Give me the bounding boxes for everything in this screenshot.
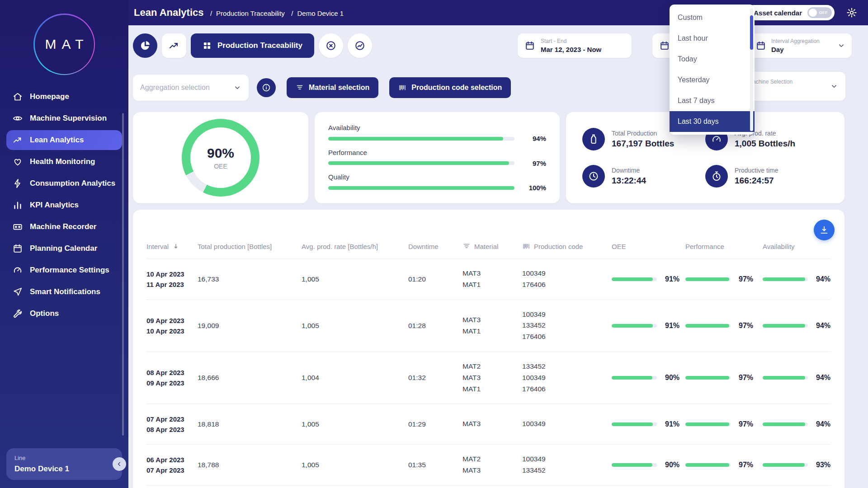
bolt-icon	[13, 178, 23, 188]
chart-edit-icon	[354, 40, 365, 51]
table-header-row: IntervalTotal production [Bottles]Avg. p…	[146, 242, 831, 258]
sidebar-item-consumption-analytics[interactable]: Consumption Analytics	[6, 174, 122, 193]
cell-production-code: 100349133452	[522, 454, 612, 476]
sort-down-icon[interactable]	[172, 243, 179, 250]
cell-performance: 97%	[685, 275, 763, 283]
cell-avg-prod-rate: 1,004	[302, 374, 408, 382]
column-header-interval[interactable]: Interval	[146, 243, 198, 250]
oee-card: 90% OEE	[133, 112, 308, 203]
cell-availability: 93%	[763, 461, 831, 469]
cell-oee: 91%	[612, 275, 685, 283]
dropdown-scrollbar-track[interactable]	[750, 8, 753, 131]
cell-availability: 94%	[763, 275, 831, 283]
dropdown-item-last-30-days[interactable]: Last 30 days	[670, 111, 755, 132]
dropdown-scrollbar-thumb[interactable]	[750, 15, 753, 50]
chevron-down-icon	[830, 82, 838, 90]
pie-chart-view-button[interactable]	[133, 33, 157, 58]
production-code-selection-button[interactable]: Production code selection	[389, 77, 511, 98]
date-range-dropdown: CustomLast hourTodayYesterdayLast 7 days…	[670, 5, 755, 135]
line-chart-view-button[interactable]	[162, 33, 186, 58]
material-icon	[462, 242, 471, 250]
sidebar-item-performance-settings[interactable]: Performance Settings	[6, 260, 122, 280]
column-header-avg-prod-rate-bottles-h[interactable]: Avg. prod. rate [Bottles/h]	[302, 243, 408, 250]
device-card[interactable]: Line Demo Device 1	[6, 448, 122, 480]
dropdown-item-last-7-days[interactable]: Last 7 days	[670, 90, 755, 111]
dropdown-item-today[interactable]: Today	[670, 49, 755, 70]
interval-aggregation-label: Interval Aggregation	[771, 38, 820, 44]
table-row[interactable]: 10 Apr 202311 Apr 202316,7331,00501:20MA…	[146, 258, 831, 300]
calendar-icon	[13, 244, 23, 253]
bottle-icon	[582, 128, 605, 150]
dropdown-item-yesterday[interactable]: Yesterday	[670, 70, 755, 90]
asset-calendar-label: Asset calendar	[754, 9, 802, 17]
cell-interval: 07 Apr 202308 Apr 2023	[146, 414, 198, 435]
dropdown-item-last-hour[interactable]: Last hour	[670, 28, 755, 49]
column-header-material[interactable]: Material	[462, 242, 522, 250]
logo: MAT	[0, 14, 128, 75]
material-selection-button[interactable]: Material selection	[287, 77, 378, 98]
breadcrumb-item[interactable]: /Production Traceability	[210, 9, 285, 17]
content: Production Traceability Start - End Mar …	[128, 25, 868, 488]
cell-availability: 94%	[763, 322, 831, 330]
chevron-left-icon	[116, 460, 123, 468]
cell-avg-prod-rate: 1,005	[302, 275, 408, 283]
bottle-icon	[588, 134, 599, 145]
production-traceability-button[interactable]: Production Traceability	[191, 33, 314, 58]
breadcrumb-root[interactable]: Lean Analytics	[134, 7, 203, 18]
aggregation-placeholder: Aggregation selection	[140, 84, 210, 92]
sidebar-item-options[interactable]: Options	[6, 304, 122, 324]
interval-aggregation-select[interactable]: Interval Aggregation Day	[750, 33, 852, 58]
column-header-oee[interactable]: OEE	[612, 243, 685, 250]
sidebar-item-machine-supervision[interactable]: Machine Supervision	[6, 108, 122, 128]
column-header-availability[interactable]: Availability	[763, 243, 831, 250]
info-button[interactable]	[257, 78, 276, 97]
cell-material: MAT3	[462, 418, 522, 430]
download-button[interactable]	[814, 220, 835, 240]
cell-material: MAT2MAT3	[462, 454, 522, 476]
info-icon	[262, 83, 271, 92]
table-row[interactable]: 06 Apr 202307 Apr 202318,7881,00501:35MA…	[146, 444, 831, 485]
column-header-downtime[interactable]: Downtime	[408, 243, 462, 250]
asset-calendar-toggle[interactable]: OFF	[807, 7, 832, 18]
sidebar-item-health-monitoring[interactable]: Health Monitoring	[6, 152, 122, 172]
cell-performance: 97%	[685, 420, 763, 428]
downtime-icon	[582, 165, 605, 188]
sidebar-item-machine-recorder[interactable]: Machine Recorder	[6, 217, 122, 237]
chart-edit-button[interactable]	[348, 33, 372, 58]
cell-oee: 90%	[612, 374, 685, 382]
table-row[interactable]: 08 Apr 202309 Apr 202318,6661,00401:32MA…	[146, 352, 831, 404]
sidebar-item-planning-calendar[interactable]: Planning Calendar	[6, 239, 122, 258]
traceability-table-card: IntervalTotal production [Bottles]Avg. p…	[133, 210, 844, 488]
column-header-total-production-bottles[interactable]: Total production [Bottles]	[198, 243, 302, 250]
kpi-bar-performance: Performance97%	[328, 149, 546, 167]
barcode-icon	[398, 84, 406, 92]
column-header-production-code[interactable]: Production code	[522, 242, 612, 250]
machine-selection-label: Machine Selection	[748, 79, 793, 85]
dropdown-item-custom[interactable]: Custom	[670, 7, 755, 28]
cell-downtime: 01:35	[408, 461, 462, 469]
date-range-label: Start - End	[541, 38, 601, 44]
breadcrumb-item[interactable]: /Demo Device 1	[291, 9, 344, 17]
aggregation-select[interactable]: Aggregation selection	[133, 75, 249, 101]
oee-value: 90%	[207, 145, 234, 161]
sidebar-item-homepage[interactable]: Homepage	[6, 87, 122, 107]
device-card-name: Demo Device 1	[14, 465, 114, 474]
breadcrumb: Lean Analytics /Production Traceability …	[134, 7, 344, 19]
table-row[interactable]: 07 Apr 202308 Apr 202318,8181,00501:29MA…	[146, 404, 831, 444]
sidebar-scrollbar[interactable]	[122, 113, 124, 436]
date-range-picker[interactable]: Start - End Mar 12, 2023 - Now	[518, 33, 632, 58]
table-row[interactable]: 09 Apr 202310 Apr 202319,0091,00501:28MA…	[146, 300, 831, 352]
sidebar-collapse-button[interactable]	[113, 457, 126, 471]
table-row[interactable]: 05 Apr 202306 Apr 202318,7791,00401:30MA…	[146, 485, 831, 488]
settings-gear-icon[interactable]	[846, 7, 857, 18]
stopwatch-icon	[705, 165, 728, 188]
column-header-performance[interactable]: Performance	[685, 243, 763, 250]
cell-oee: 91%	[612, 322, 685, 330]
cell-performance: 97%	[685, 322, 763, 330]
sidebar-item-smart-notifications[interactable]: Smart Notifications	[6, 282, 122, 302]
sidebar-item-kpi-analytics[interactable]: KPI Analytics	[6, 195, 122, 215]
clear-selection-button[interactable]	[319, 33, 343, 58]
toggle-state: OFF	[819, 10, 828, 15]
sidebar-item-lean-analytics[interactable]: Lean Analytics	[6, 130, 122, 150]
cell-interval: 06 Apr 202307 Apr 2023	[146, 455, 198, 476]
